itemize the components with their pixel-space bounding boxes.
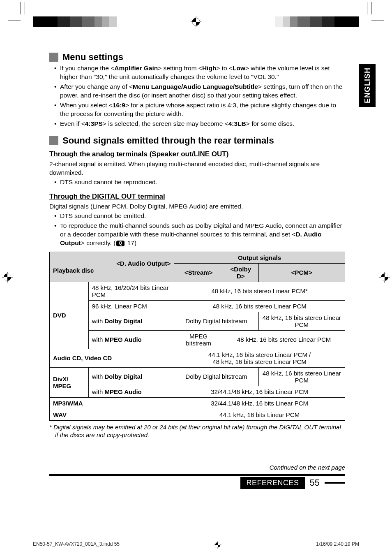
svg-point-1 (192, 18, 200, 25)
table-row-header: DVD (50, 282, 89, 349)
language-tab-label: ENGLISH (363, 67, 372, 103)
registration-target-icon (2, 272, 13, 284)
language-tab: ENGLISH (359, 64, 376, 107)
table-cell: 48 kHz, 16 bits stereo Linear PCM* (174, 282, 345, 300)
table-cell: 44.1 kHz, 16 bits Linear PCM (174, 409, 345, 420)
list-item: DTS sound cannot be emitted. (54, 212, 345, 220)
table-row-header: Audio CD, Video CD (50, 349, 174, 367)
list-item: If you change the <Amplifier Gain> setti… (54, 64, 345, 81)
table-header: <PCM> (258, 263, 345, 282)
paragraph: 2-channel signal is emitted. When playin… (49, 160, 345, 177)
svg-point-4 (4, 273, 11, 281)
table-cell: 48 kHz, 16 bits stereo Linear PCM (258, 312, 345, 330)
table-cell: with Dolby Digital (88, 367, 174, 386)
table-cell: with MPEG Audio (88, 386, 174, 397)
print-metadata-footer: EN50-57_KW-AVX720_001A_3.indd 55 1/16/09… (33, 541, 359, 549)
menu-bullet-list: If you change the <Amplifier Gain> setti… (54, 64, 345, 128)
table-cell: 32/44.1/48 kHz, 16 bits Linear PCM (174, 386, 345, 397)
table-cell: 48 kHz, 16/20/24 bits Linear PCM (88, 282, 174, 300)
section-heading-sound: Sound signals emitted through the rear t… (49, 135, 345, 146)
section-marker-icon (49, 53, 58, 62)
digital-bullet-list: DTS sound cannot be emitted. To reproduc… (54, 212, 345, 248)
footer-section-label: REFERENCES (240, 477, 304, 489)
subheading-digital: Through the DIGITAL OUT terminal (49, 192, 345, 201)
table-cell: 32/44.1/48 kHz, 16 bits Linear PCM (174, 397, 345, 409)
table-cell: 44.1 kHz, 16 bits stereo Linear PCM / 48… (174, 349, 345, 367)
list-item: DTS sound cannot be reproduced. (54, 178, 345, 187)
subheading-analog: Through the analog terminals (Speaker ou… (49, 150, 345, 158)
print-timestamp: 1/16/09 2:40:19 PM (316, 541, 359, 549)
table-cell: with MPEG Audio (88, 330, 174, 349)
table-cell: 96 kHz, Linear PCM (88, 300, 174, 312)
list-item: After you change any of <Menu Language/A… (54, 83, 345, 100)
registration-target-icon (214, 541, 221, 549)
output-signals-table: <D. Audio Output> Playback disc Output s… (49, 252, 345, 421)
table-row-header: WAV (50, 409, 174, 420)
section-marker-icon (49, 136, 58, 145)
reference-icon: Q (116, 241, 125, 246)
color-bar-right (275, 16, 359, 27)
table-header: Output signals (174, 252, 345, 263)
table-header: <Stream> (174, 263, 223, 282)
table-cell: Dolby Digital bitstream (174, 312, 258, 330)
svg-point-7 (381, 273, 388, 281)
table-cell: 48 kHz, 16 bits stereo Linear PCM (174, 300, 345, 312)
page-footer: REFERENCES 55 (49, 474, 345, 489)
list-item: Even if <4:3PS> is selected, the screen … (54, 120, 345, 128)
table-cell: Dolby Digital bitstream (174, 367, 258, 386)
paragraph: Digital signals (Linear PCM, Dolby Digit… (49, 202, 345, 211)
list-item: To reproduce the multi-channel sounds su… (54, 222, 345, 248)
continued-label: Continued on the next page (49, 464, 345, 471)
registration-target-icon (379, 272, 390, 284)
table-cell: 48 kHz, 16 bits stereo Linear PCM (258, 367, 345, 386)
table-row-header: MP3/WMA (50, 397, 174, 409)
table-header: Playback disc (53, 267, 171, 274)
table-cell: 48 kHz, 16 bits stereo Linear PCM (223, 330, 345, 349)
section-heading-menu: Menu settings (49, 52, 345, 63)
table-header: <D. Audio Output> (53, 260, 171, 267)
svg-point-0 (192, 18, 200, 25)
table-cell: with Dolby Digital (88, 312, 174, 330)
page-content: Menu settings If you change the <Amplifi… (49, 49, 345, 489)
section-title: Sound signals emitted through the rear t… (62, 135, 274, 146)
table-header: <Dolby D> (223, 263, 259, 282)
analog-bullet-list: DTS sound cannot be reproduced. (54, 178, 345, 187)
print-file-name: EN50-57_KW-AVX720_001A_3.indd 55 (33, 541, 120, 549)
section-title: Menu settings (62, 52, 123, 63)
list-item: When you select <16:9> for a picture who… (54, 101, 345, 118)
table-row-header: DivX/ MPEG (50, 367, 89, 397)
table-cell: MPEG bitstream (174, 330, 223, 349)
page-number: 55 (310, 477, 320, 488)
color-bar-left (33, 16, 117, 27)
registration-target-icon (191, 16, 201, 27)
footnote: * Digital signals may be emitted at 20 o… (49, 423, 345, 439)
